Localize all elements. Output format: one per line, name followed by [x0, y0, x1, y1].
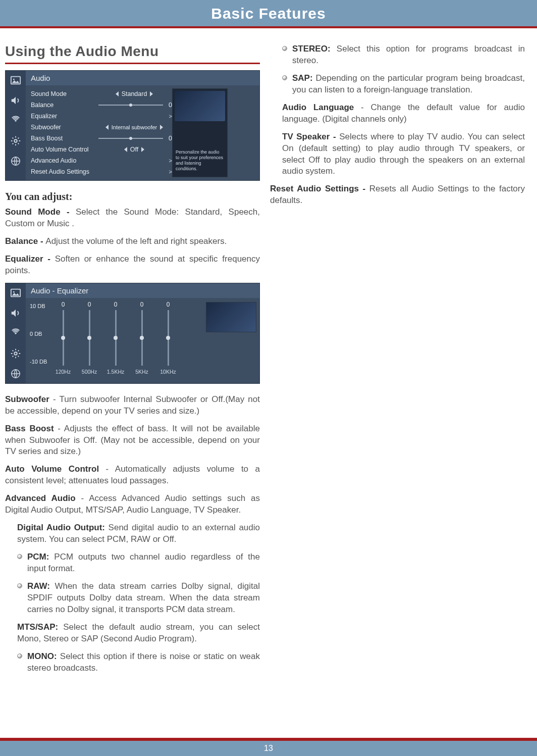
osd-values: Standard 0 > Internal subwoofer 0 Off > … [96, 85, 172, 180]
globe-icon [10, 156, 21, 167]
osd-row-label[interactable]: Reset Audio Settings [31, 166, 96, 177]
bullet-icon [17, 554, 22, 559]
osd-audio-panel: Audio Sound Mode Balance Equalizer Subwo… [5, 70, 260, 181]
network-icon [10, 328, 21, 339]
para-sound-mode: Sound Mode - Select the Sound Mode: Stan… [5, 207, 260, 230]
svg-point-2 [15, 120, 17, 122]
svg-point-6 [13, 291, 15, 292]
content-area: Using the Audio Menu Audio Sound Mode [0, 28, 537, 680]
eq-bar[interactable]: 0120Hz [54, 301, 72, 375]
eq-bar[interactable]: 0500Hz [80, 301, 98, 375]
para-advanced-audio: Advanced Audio - Access Advanced Audio s… [5, 493, 260, 516]
osd-labels: Sound Mode Balance Equalizer Subwoofer B… [26, 85, 96, 180]
globe-icon [10, 368, 21, 379]
arrow-right-icon[interactable] [150, 91, 153, 96]
osd-hint-text: Personalize the audio to suit your prefe… [176, 149, 224, 172]
bullet-icon [282, 75, 287, 80]
osd-value-subwoofer[interactable]: Internal subwoofer [96, 122, 172, 133]
osd-title: Audio [26, 71, 259, 85]
para-balance: Balance - Adjust the volume of the left … [5, 236, 260, 247]
left-column: Using the Audio Menu Audio Sound Mode [5, 43, 260, 680]
bullet-mono: MONO: Select this option if there is noi… [17, 651, 260, 674]
eq-bars: 0120Hz 0500Hz 01.5KHz 05KHz 010KHz [54, 301, 202, 375]
bullet-sap: SAP: Depending on the particular program… [282, 73, 525, 96]
para-audio-language: Audio Language - Change the default valu… [282, 102, 525, 125]
osd-row-label[interactable]: Advanced Audio [31, 155, 96, 166]
osd-eq-preview [206, 302, 256, 332]
para-tv-speaker: TV Speaker - Selects where to play TV au… [282, 131, 525, 178]
arrow-right-icon[interactable] [141, 147, 144, 152]
footer: 13 [0, 738, 537, 756]
para-equalizer: Equalizer - Soften or enhance the sound … [5, 254, 260, 277]
picture-icon [10, 287, 21, 298]
svg-point-8 [14, 352, 17, 355]
osd-row-label[interactable]: Auto Volume Control [31, 144, 96, 155]
page-number: 13 [0, 741, 537, 756]
settings-icon [10, 135, 21, 146]
osd-preview: Personalize the audio to suit your prefe… [172, 88, 228, 177]
right-column: STEREO: Select this option for programs … [270, 43, 525, 680]
svg-point-1 [13, 79, 15, 80]
bullet-stereo: STEREO: Select this option for programs … [282, 43, 525, 67]
arrow-left-icon[interactable] [124, 147, 127, 152]
para-auto-volume: Auto Volume Control - Automatically adju… [5, 464, 260, 487]
bullet-icon [17, 653, 22, 659]
osd-row-label[interactable]: Bass Boost [31, 133, 96, 144]
osd-row-label[interactable]: Subwoofer [31, 122, 96, 133]
network-icon [10, 115, 21, 126]
eq-bar[interactable]: 010KHz [159, 301, 177, 375]
bullet-icon [282, 46, 287, 51]
para-mts-sap: MTS/SAP: Select the default audio stream… [17, 622, 260, 645]
audio-icon [10, 308, 21, 319]
audio-icon [10, 95, 21, 106]
osd-sidebar [6, 71, 26, 180]
osd-value-reset[interactable]: > [96, 166, 172, 177]
section-title: Using the Audio Menu [5, 43, 260, 60]
bullet-icon [17, 583, 22, 588]
osd-preview-image [175, 91, 225, 121]
osd-row-label[interactable]: Balance [31, 99, 96, 111]
osd-value-bass-boost[interactable]: 0 [96, 133, 172, 144]
osd-value-balance[interactable]: 0 [96, 99, 172, 111]
eq-bar[interactable]: 01.5KHz [106, 301, 125, 375]
para-subwoofer: Subwoofer - Turn subwoofer Internal Subw… [5, 394, 260, 417]
osd-value-equalizer[interactable]: > [96, 111, 172, 122]
osd-value-auto-volume[interactable]: Off [96, 144, 172, 155]
para-bass-boost: Bass Boost - Adjusts the effect of bass.… [5, 423, 260, 458]
osd-row-label[interactable]: Equalizer [31, 111, 96, 122]
eq-bar[interactable]: 05KHz [133, 301, 151, 375]
osd-value-sound-mode[interactable]: Standard [96, 88, 172, 99]
osd-eq-title: Audio - Equalizer [26, 283, 259, 298]
para-digital-audio-output: Digital Audio Output: Send digital audio… [17, 522, 260, 545]
subheading-adjust: You can adjust: [5, 191, 260, 203]
bullet-pcm: PCM: PCM outputs two channel audio regar… [17, 551, 260, 575]
bullet-raw: RAW: When the data stream carries Dolby … [17, 581, 260, 616]
osd-row-label[interactable]: Sound Mode [31, 88, 96, 99]
svg-point-3 [14, 139, 17, 142]
svg-point-7 [15, 332, 17, 334]
section-underline [5, 63, 260, 64]
arrow-left-icon[interactable] [116, 91, 119, 96]
arrow-right-icon[interactable] [160, 125, 163, 130]
arrow-left-icon[interactable] [105, 125, 109, 130]
page-header: Basic Features [0, 0, 537, 26]
settings-icon [10, 348, 21, 359]
osd-equalizer-panel: Audio - Equalizer 10 DB 0 DB -10 DB 0120… [5, 283, 260, 384]
para-reset-audio: Reset Audio Settings - Resets all Audio … [270, 183, 525, 207]
picture-icon [10, 75, 21, 86]
eq-y-axis: 10 DB 0 DB -10 DB [30, 301, 54, 367]
osd-sidebar [6, 283, 26, 383]
osd-value-advanced[interactable]: > [96, 155, 172, 166]
